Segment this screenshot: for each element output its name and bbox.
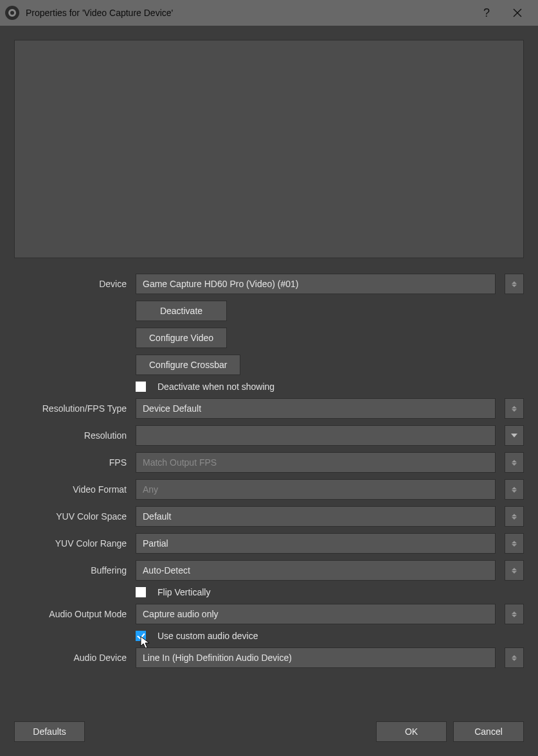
use-custom-audio-checkbox[interactable] [136, 631, 146, 641]
device-label: Device [14, 279, 136, 289]
buffering-label: Buffering [14, 565, 136, 576]
flip-vertically-checkbox[interactable] [136, 587, 146, 597]
spinner-icon[interactable] [505, 604, 524, 624]
device-select[interactable]: Game Capture HD60 Pro (Video) (#01) [136, 274, 496, 294]
spinner-icon[interactable] [505, 533, 524, 554]
yuv-color-range-label: YUV Color Range [14, 538, 136, 549]
spinner-icon[interactable] [505, 560, 524, 581]
yuv-color-range-select[interactable]: Partial [136, 533, 496, 554]
configure-video-button[interactable]: Configure Video [136, 328, 227, 348]
dialog-footer: Defaults OK Cancel [0, 721, 538, 756]
cancel-button[interactable]: Cancel [453, 721, 524, 742]
deactivate-not-showing-checkbox[interactable] [136, 382, 146, 392]
spinner-icon[interactable] [505, 506, 524, 527]
obs-app-icon [5, 6, 19, 20]
properties-form: Device Game Capture HD60 Pro (Video) (#0… [14, 274, 524, 668]
resolution-fps-type-label: Resolution/FPS Type [14, 403, 136, 414]
resolution-select[interactable] [136, 425, 496, 446]
yuv-color-space-label: YUV Color Space [14, 511, 136, 522]
video-format-select[interactable]: Any [136, 479, 496, 500]
spinner-icon[interactable] [505, 479, 524, 500]
fps-label: FPS [14, 457, 136, 468]
properties-dialog: Properties for 'Video Capture Device' ? … [0, 0, 538, 756]
yuv-color-space-select[interactable]: Default [136, 506, 496, 527]
spinner-icon[interactable] [505, 647, 524, 668]
window-title: Properties for 'Video Capture Device' [26, 8, 173, 18]
buffering-select[interactable]: Auto-Detect [136, 560, 496, 581]
ok-button[interactable]: OK [376, 721, 447, 742]
flip-vertically-label: Flip Vertically [157, 587, 210, 597]
titlebar: Properties for 'Video Capture Device' ? [0, 0, 538, 26]
video-format-label: Video Format [14, 484, 136, 495]
resolution-label: Resolution [14, 430, 136, 441]
device-spinner-icon[interactable] [505, 274, 524, 294]
audio-output-mode-select[interactable]: Capture audio only [136, 604, 496, 624]
close-button[interactable] [502, 0, 533, 26]
spinner-icon[interactable] [505, 398, 524, 419]
chevron-down-icon[interactable] [505, 425, 524, 446]
help-button[interactable]: ? [471, 0, 502, 26]
dialog-body: Device Game Capture HD60 Pro (Video) (#0… [0, 26, 538, 721]
audio-device-label: Audio Device [14, 653, 136, 663]
video-preview [14, 40, 524, 258]
use-custom-audio-label: Use custom audio device [157, 631, 258, 641]
fps-select[interactable]: Match Output FPS [136, 452, 496, 473]
resolution-fps-type-select[interactable]: Device Default [136, 398, 496, 419]
close-icon [513, 8, 522, 17]
spinner-icon[interactable] [505, 452, 524, 473]
audio-output-mode-label: Audio Output Mode [14, 609, 136, 619]
deactivate-button[interactable]: Deactivate [136, 301, 227, 321]
audio-device-select[interactable]: Line In (High Definition Audio Device) [136, 647, 496, 668]
defaults-button[interactable]: Defaults [14, 721, 85, 742]
deactivate-not-showing-label: Deactivate when not showing [157, 382, 274, 392]
configure-crossbar-button[interactable]: Configure Crossbar [136, 355, 240, 375]
